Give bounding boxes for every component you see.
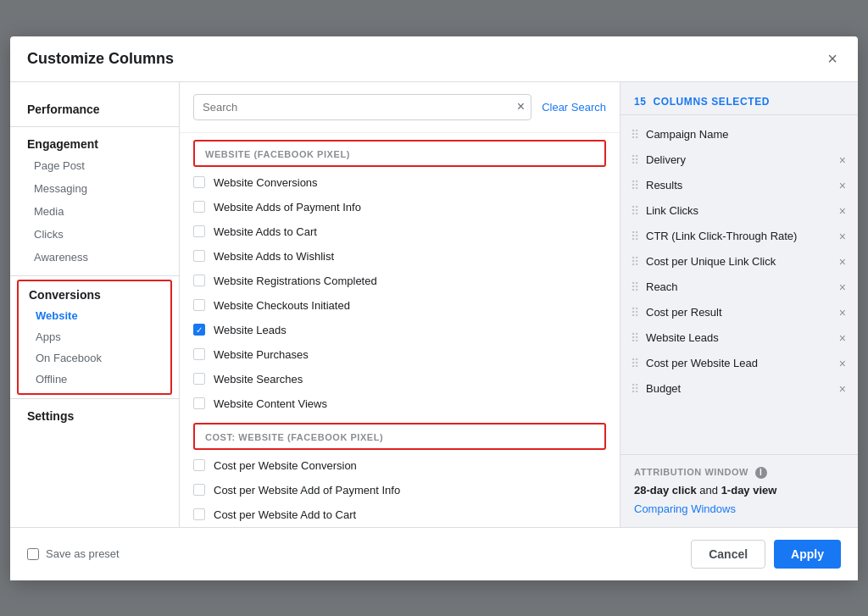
sidebar-item-media[interactable]: Media bbox=[10, 200, 179, 223]
remove-cost-unique-link-click-button[interactable]: × bbox=[837, 256, 848, 268]
drag-handle-cost-website-lead[interactable]: ⠿ bbox=[631, 357, 639, 370]
col-item-cost-website-cart[interactable]: Cost per Website Add to Cart bbox=[180, 502, 620, 527]
checkbox-website-adds-payment[interactable] bbox=[193, 201, 205, 213]
modal-close-button[interactable]: × bbox=[824, 50, 841, 67]
checkbox-cost-website-cart[interactable] bbox=[193, 508, 205, 520]
drag-handle-ctr[interactable]: ⠿ bbox=[631, 230, 639, 243]
drag-handle-campaign-name[interactable]: ⠿ bbox=[631, 128, 639, 142]
selected-item-delivery: ⠿ Delivery × bbox=[620, 147, 858, 173]
save-preset-checkbox[interactable] bbox=[27, 548, 39, 560]
checkbox-website-content-views[interactable] bbox=[193, 397, 205, 409]
attribution-info-icon[interactable]: i bbox=[755, 467, 767, 479]
remove-results-button[interactable]: × bbox=[837, 180, 848, 191]
remove-cost-website-lead-button[interactable]: × bbox=[837, 358, 848, 369]
remove-cost-per-result-button[interactable]: × bbox=[837, 307, 848, 319]
section-header-cost-website-pixel: COST: WEBSITE (FACEBOOK PIXEL) bbox=[193, 423, 606, 450]
col-item-website-leads[interactable]: Website Leads bbox=[180, 318, 620, 342]
col-item-website-registrations[interactable]: Website Registrations Completed bbox=[180, 269, 620, 293]
selected-item-cost-unique-link-click: ⠿ Cost per Unique Link Click × bbox=[620, 249, 858, 275]
selected-label-website-leads-sel: Website Leads bbox=[646, 331, 831, 344]
checkbox-cost-website-conversion[interactable] bbox=[193, 459, 205, 471]
sidebar-section-conversions-box: Conversions Website Apps On Facebook Off… bbox=[17, 280, 172, 395]
drag-handle-budget[interactable]: ⠿ bbox=[631, 382, 639, 396]
checkbox-cost-website-payment[interactable] bbox=[193, 484, 205, 496]
remove-budget-button[interactable]: × bbox=[837, 383, 848, 395]
save-preset-label[interactable]: Save as preset bbox=[46, 547, 120, 560]
search-input[interactable] bbox=[193, 94, 531, 120]
search-bar: × Clear Search bbox=[180, 82, 620, 133]
col-item-website-adds-to-cart[interactable]: Website Adds to Cart bbox=[180, 219, 620, 244]
checkbox-website-adds-to-wishlist[interactable] bbox=[193, 250, 205, 262]
modal-header: Customize Columns × bbox=[10, 36, 858, 82]
checkbox-website-conversions[interactable] bbox=[193, 176, 205, 188]
selected-item-reach: ⠿ Reach × bbox=[620, 275, 858, 300]
sidebar-section-engagement-title[interactable]: Engagement bbox=[10, 130, 179, 154]
selected-label-ctr: CTR (Link Click-Through Rate) bbox=[646, 230, 831, 242]
sidebar-item-clicks[interactable]: Clicks bbox=[10, 223, 179, 246]
selected-label-delivery: Delivery bbox=[646, 153, 831, 166]
checkbox-website-purchases[interactable] bbox=[193, 348, 205, 360]
modal-backdrop: Customize Columns × Performance Engageme… bbox=[0, 0, 868, 616]
selected-item-results: ⠿ Results × bbox=[620, 173, 858, 198]
sidebar-item-messaging[interactable]: Messaging bbox=[10, 177, 179, 200]
sidebar-item-apps[interactable]: Apps bbox=[19, 326, 170, 347]
selected-list: ⠿ Campaign Name ⠿ Delivery × ⠿ Results × bbox=[620, 115, 858, 454]
cancel-button[interactable]: Cancel bbox=[691, 540, 765, 569]
customize-columns-modal: Customize Columns × Performance Engageme… bbox=[10, 36, 858, 580]
col-label-website-adds-payment: Website Adds of Payment Info bbox=[214, 201, 361, 214]
checkbox-website-searches[interactable] bbox=[193, 373, 205, 385]
section-header-website-pixel: WEBSITE (FACEBOOK PIXEL) bbox=[193, 140, 606, 167]
col-item-website-searches[interactable]: Website Searches bbox=[180, 367, 620, 391]
checkbox-website-registrations[interactable] bbox=[193, 275, 205, 286]
comparing-windows-link[interactable]: Comparing Windows bbox=[634, 502, 736, 515]
sidebar-section-conversions-title[interactable]: Conversions bbox=[19, 285, 170, 305]
remove-ctr-button[interactable]: × bbox=[837, 230, 848, 242]
clear-search-link[interactable]: Clear Search bbox=[542, 101, 606, 114]
selected-label-cost-website-lead: Cost per Website Lead bbox=[646, 357, 831, 369]
sidebar-item-awareness[interactable]: Awareness bbox=[10, 246, 179, 269]
sidebar-section-performance: Performance bbox=[10, 96, 179, 119]
sidebar-item-page-post[interactable]: Page Post bbox=[10, 154, 179, 177]
col-item-website-purchases[interactable]: Website Purchases bbox=[180, 342, 620, 367]
selected-header: 15 COLUMNS SELECTED bbox=[620, 82, 858, 115]
selected-count: 15 COLUMNS SELECTED bbox=[634, 96, 770, 108]
sidebar-section-performance-title[interactable]: Performance bbox=[10, 96, 179, 119]
search-input-wrap: × bbox=[193, 94, 531, 120]
sidebar-item-website[interactable]: Website bbox=[19, 305, 170, 326]
checkbox-website-leads[interactable] bbox=[193, 324, 205, 336]
sidebar-section-settings-title[interactable]: Settings bbox=[10, 402, 179, 426]
drag-handle-delivery[interactable]: ⠿ bbox=[631, 153, 639, 167]
sidebar-item-on-facebook[interactable]: On Facebook bbox=[19, 347, 170, 369]
drag-handle-cost-unique-link-click[interactable]: ⠿ bbox=[631, 255, 639, 269]
attribution-connector: and bbox=[697, 484, 721, 497]
drag-handle-reach[interactable]: ⠿ bbox=[631, 280, 639, 294]
modal-body: Performance Engagement Page Post Messagi… bbox=[10, 82, 858, 527]
col-item-website-adds-payment[interactable]: Website Adds of Payment Info bbox=[180, 195, 620, 219]
remove-reach-button[interactable]: × bbox=[837, 281, 848, 293]
col-item-website-checkouts[interactable]: Website Checkouts Initiated bbox=[180, 293, 620, 318]
col-item-cost-website-payment[interactable]: Cost per Website Add of Payment Info bbox=[180, 478, 620, 502]
col-item-website-conversions[interactable]: Website Conversions bbox=[180, 170, 620, 195]
apply-button[interactable]: Apply bbox=[774, 540, 841, 569]
modal-footer: Save as preset Cancel Apply bbox=[10, 527, 858, 580]
sidebar-item-offline[interactable]: Offline bbox=[19, 369, 170, 390]
col-label-website-content-views: Website Content Views bbox=[214, 397, 327, 410]
drag-handle-results[interactable]: ⠿ bbox=[631, 179, 639, 192]
remove-delivery-button[interactable]: × bbox=[837, 154, 848, 166]
col-item-website-content-views[interactable]: Website Content Views bbox=[180, 391, 620, 416]
remove-link-clicks-button[interactable]: × bbox=[837, 205, 848, 217]
checkbox-website-adds-to-cart[interactable] bbox=[193, 225, 205, 237]
col-item-cost-website-conversion[interactable]: Cost per Website Conversion bbox=[180, 453, 620, 478]
drag-handle-cost-per-result[interactable]: ⠿ bbox=[631, 306, 639, 319]
drag-handle-link-clicks[interactable]: ⠿ bbox=[631, 204, 639, 218]
right-panel: 15 COLUMNS SELECTED ⠿ Campaign Name ⠿ De… bbox=[620, 82, 858, 527]
drag-handle-website-leads-sel[interactable]: ⠿ bbox=[631, 331, 639, 345]
selected-item-campaign-name: ⠿ Campaign Name bbox=[620, 122, 858, 147]
search-clear-button[interactable]: × bbox=[517, 100, 525, 114]
selected-item-cost-per-result: ⠿ Cost per Result × bbox=[620, 300, 858, 325]
remove-website-leads-button[interactable]: × bbox=[837, 332, 848, 344]
sidebar-section-settings: Settings bbox=[10, 402, 179, 426]
attribution-bold2: 1-day view bbox=[721, 484, 777, 497]
checkbox-website-checkouts[interactable] bbox=[193, 299, 205, 311]
col-item-website-adds-to-wishlist[interactable]: Website Adds to Wishlist bbox=[180, 244, 620, 269]
